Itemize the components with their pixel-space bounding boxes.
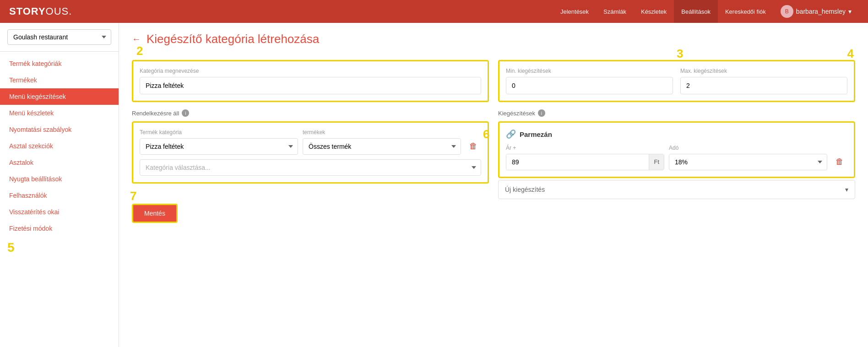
page-title: Kiegészítő kategória létrehozása (146, 32, 319, 46)
annotation-5-label: 5 (7, 240, 15, 255)
sidebar-item-fizetesi[interactable]: Fizetési módok (0, 220, 119, 237)
sidebar-item-menu-kiegeszitesek[interactable]: Menü kiegészítések (0, 88, 119, 105)
category-label: Kategória megnevezése (140, 68, 481, 74)
layout: Goulash restaurant Termék kategóriák Ter… (0, 23, 868, 347)
save-button[interactable]: Mentés (132, 204, 178, 223)
category-chooser-wrap: Kategória választása... (140, 159, 481, 176)
annotation-6: 6 (483, 127, 489, 141)
dropdown-row-box: Termék kategória Pizza feltétek termékek… (132, 121, 489, 184)
category-chooser-select[interactable]: Kategória választása... (140, 159, 481, 176)
sidebar-item-menu-keszletek[interactable]: Menü készletek (0, 105, 119, 121)
product-category-label: Termék kategória (140, 129, 298, 136)
sidebar-item-asztal-szekciok[interactable]: Asztal szekciók (0, 138, 119, 154)
tax-select[interactable]: 18% (669, 154, 827, 170)
sidebar-item-asztalok[interactable]: Asztalok (0, 154, 119, 171)
sidebar-item-termekek[interactable]: Termékek (0, 72, 119, 88)
tax-label: Adó (669, 145, 827, 151)
dropdown-row: Termék kategória Pizza feltétek termékek… (140, 129, 481, 155)
sidebar-item-termek-kategoriak[interactable]: Termék kategóriák (0, 55, 119, 72)
new-supplement-label: Új kiegészítés (505, 186, 545, 193)
username: barbara_hemsley (796, 8, 846, 15)
products-label: termékek (303, 129, 461, 136)
products-field: termékek Összes termék (303, 129, 461, 155)
price-field: Ár + Ft (506, 145, 664, 170)
products-select[interactable]: Összes termék (303, 138, 461, 155)
delete-item-button[interactable]: 🗑 (832, 153, 847, 170)
trash-icon-item: 🗑 (835, 157, 844, 167)
link-icon: 🔗 (506, 129, 516, 139)
available-title: Rendelkezésre áll i (132, 109, 489, 117)
page-header: ← Kiegészítő kategória létrehozása 2 (132, 32, 855, 46)
min-field: Min. kiegészítések (506, 68, 673, 94)
max-input[interactable] (680, 77, 847, 94)
annotation-2: 2 (136, 44, 143, 58)
sidebar: Goulash restaurant Termék kategóriák Ter… (0, 23, 119, 347)
nav-user[interactable]: B barbara_hemsley ▾ (773, 5, 859, 18)
nav-jelentesek[interactable]: Jelentések (553, 0, 596, 23)
form-grid: Kategória megnevezése Rendelkezésre áll … (132, 60, 855, 223)
avatar: B (781, 5, 793, 18)
annotation-3: 3 (677, 47, 683, 61)
supplements-title: Kiegészítések i (498, 109, 855, 117)
price-tax-row: Ár + Ft Adó 18% (506, 145, 847, 170)
parmezan-box: 6 🔗 Parmezán Ár + Ft (498, 121, 855, 178)
price-input-wrap: Ft (506, 154, 664, 170)
sidebar-menu: Termék kategóriák Termékek Menü kiegészí… (0, 52, 119, 240)
price-label: Ár + (506, 145, 664, 151)
supplements-info-icon[interactable]: i (538, 109, 545, 117)
available-info-icon[interactable]: i (182, 109, 189, 117)
restaurant-selector[interactable]: Goulash restaurant (0, 23, 119, 52)
available-section: Rendelkezésre áll i Termék kategória Piz… (132, 109, 489, 184)
nav-links: Jelentések Számlák Készletek Beállítások… (553, 0, 859, 23)
restaurant-select[interactable]: Goulash restaurant (7, 29, 111, 45)
max-field: Max. kiegészítések (680, 68, 847, 94)
min-label: Min. kiegészítések (506, 68, 673, 74)
sidebar-item-nyomtatasi[interactable]: Nyomtatási szabályok (0, 121, 119, 138)
price-unit: Ft (649, 154, 664, 170)
user-dropdown-icon: ▾ (848, 8, 852, 15)
trash-icon: 🗑 (469, 141, 477, 151)
category-name-box: Kategória megnevezése (132, 60, 489, 102)
nav-keszletek[interactable]: Készletek (634, 0, 674, 23)
main-content: ← Kiegészítő kategória létrehozása 2 Kat… (119, 23, 868, 347)
nav-szamlak[interactable]: Számlák (596, 0, 634, 23)
sidebar-item-nyugta[interactable]: Nyugta beállítások (0, 171, 119, 187)
item-name: Parmezán (520, 130, 552, 138)
tax-field: Adó 18% (669, 145, 827, 170)
left-column: Kategória megnevezése Rendelkezésre áll … (132, 60, 489, 223)
category-name-input[interactable] (140, 77, 481, 94)
nav-beallitasok[interactable]: Beállítások (674, 0, 718, 23)
product-category-field: Termék kategória Pizza feltétek (140, 129, 298, 155)
sidebar-item-visszaterites[interactable]: Visszatérítés okai (0, 204, 119, 220)
price-input[interactable] (506, 154, 649, 170)
new-supplement[interactable]: Új kiegészítés ▾ (498, 180, 855, 199)
supplements-section: Kiegészítések i 6 🔗 Parmezán (498, 109, 855, 199)
sidebar-item-felhasznalok[interactable]: Felhasználók (0, 187, 119, 204)
top-nav: STORYOUS. Jelentések Számlák Készletek B… (0, 0, 868, 23)
back-button[interactable]: ← (132, 34, 141, 44)
save-section: 7 Mentés (132, 204, 489, 223)
annotation-4: 4 (847, 47, 854, 61)
min-input[interactable] (506, 77, 673, 94)
min-max-box: 3 4 Min. kiegészítések Max. kiegészítése… (498, 60, 855, 102)
delete-row-button[interactable]: 🗑 (466, 138, 481, 155)
item-header: 🔗 Parmezán (506, 129, 847, 139)
max-label: Max. kiegészítések (680, 68, 847, 74)
product-category-select[interactable]: Pizza feltétek (140, 138, 298, 155)
min-max-row: Min. kiegészítések Max. kiegészítések (506, 68, 847, 94)
nav-kereskedoi[interactable]: Kereskedői fiók (718, 0, 773, 23)
annotation-7: 7 (130, 189, 136, 203)
logo: STORYOUS. (9, 5, 72, 17)
right-column: 3 4 Min. kiegészítések Max. kiegészítése… (498, 60, 855, 199)
new-supplement-chevron: ▾ (845, 186, 848, 193)
